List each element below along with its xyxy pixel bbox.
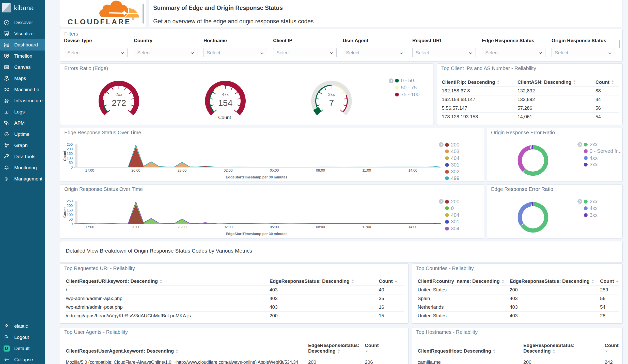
svg-text:4xx: 4xx <box>222 92 229 97</box>
svg-text:05:00: 05:00 <box>270 225 279 229</box>
svg-text:EdgeStartTimestamp per 30 minu: EdgeStartTimestamp per 30 minutes <box>226 175 288 179</box>
svg-text:®: ® <box>132 17 134 21</box>
svg-text:200: 200 <box>67 147 73 151</box>
svg-text:20:00: 20:00 <box>131 225 140 229</box>
svg-text:100: 100 <box>67 213 73 217</box>
svg-text:14:00: 14:00 <box>408 225 417 229</box>
svg-text:CLOUDFLARE: CLOUDFLARE <box>68 18 131 26</box>
svg-text:02:00: 02:00 <box>224 225 233 229</box>
svg-text:08:00: 08:00 <box>316 168 325 172</box>
svg-text:250: 250 <box>67 199 73 203</box>
svg-text:Count: Count <box>63 151 67 161</box>
svg-text:17:00: 17:00 <box>85 168 94 172</box>
svg-text:0: 0 <box>71 165 73 169</box>
svg-text:02:00: 02:00 <box>224 168 233 172</box>
svg-text:Count: Count <box>63 207 67 218</box>
svg-text:23:00: 23:00 <box>178 168 186 172</box>
svg-text:250: 250 <box>67 142 73 146</box>
svg-text:11:00: 11:00 <box>362 168 371 172</box>
svg-text:100: 100 <box>67 156 73 160</box>
svg-text:20:00: 20:00 <box>131 168 140 172</box>
svg-text:17:00: 17:00 <box>85 225 94 229</box>
svg-text:7: 7 <box>329 98 334 108</box>
svg-text:11:00: 11:00 <box>362 225 371 229</box>
svg-text:08:00: 08:00 <box>316 225 325 229</box>
svg-text:200: 200 <box>67 204 73 208</box>
svg-text:23:00: 23:00 <box>178 225 186 229</box>
svg-text:150: 150 <box>67 152 73 156</box>
svg-text:154: 154 <box>218 98 233 108</box>
svg-text:14:00: 14:00 <box>408 168 417 172</box>
svg-text:150: 150 <box>67 208 73 212</box>
svg-text:0: 0 <box>71 222 73 226</box>
svg-text:2xx: 2xx <box>116 92 122 97</box>
svg-text:272: 272 <box>112 98 126 108</box>
svg-text:50: 50 <box>69 217 73 221</box>
svg-text:EdgeStartTimestamp per 30 minu: EdgeStartTimestamp per 30 minutes <box>226 232 288 236</box>
svg-text:50: 50 <box>69 161 73 165</box>
svg-text:3xx: 3xx <box>328 92 335 97</box>
svg-text:05:00: 05:00 <box>270 168 279 172</box>
